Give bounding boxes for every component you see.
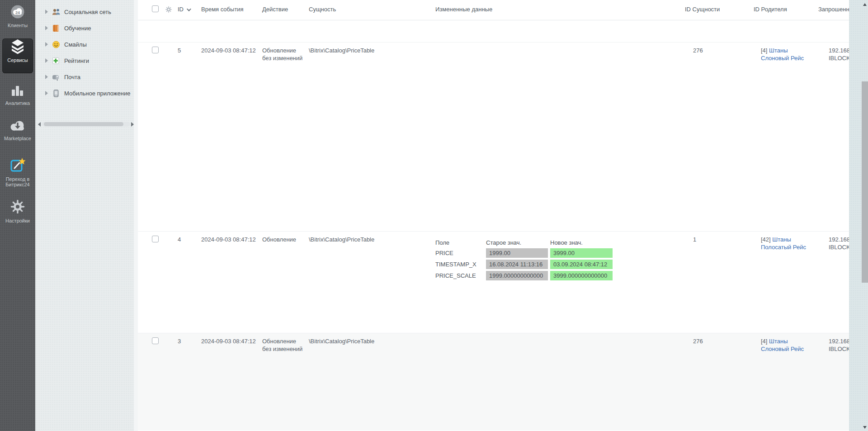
rail-item-label: Marketplace xyxy=(0,136,35,141)
rail-item-bitrix24-switch[interactable]: Переход в Битрикс24 xyxy=(0,157,35,187)
tree-item-label: Мобильное приложение xyxy=(64,90,130,97)
change-new-value: 3999.000000000000 xyxy=(550,271,613,280)
rail-item-label: Клиенты xyxy=(0,23,35,28)
tree-item-mail[interactable]: Почта xyxy=(35,69,134,85)
scroll-down-icon[interactable] xyxy=(863,426,867,429)
cell-action: Обновление xyxy=(262,236,306,243)
book-icon xyxy=(52,24,60,32)
expand-arrow-icon[interactable] xyxy=(45,26,48,30)
gear-icon xyxy=(10,199,25,216)
change-field: TIMESTAMP_X xyxy=(435,260,484,269)
scroll-track[interactable] xyxy=(42,122,130,127)
cell-parent-id: [4] Штаны Слоновый Рейс xyxy=(761,337,814,353)
tree-item-ratings[interactable]: Рейтинги xyxy=(35,52,134,69)
rail-item-label: Переход в Битрикс24 xyxy=(2,176,33,187)
scroll-left-icon[interactable] xyxy=(38,122,41,127)
mobile-phone-icon xyxy=(52,90,60,97)
column-header-changed[interactable]: Измененные данные xyxy=(435,6,492,13)
tree-item-label: Социальная сеть xyxy=(64,9,111,15)
cell-id: 3 xyxy=(178,337,181,345)
rail-item-marketplace[interactable]: Marketplace xyxy=(0,119,35,141)
changes-header-new: Новое знач. xyxy=(550,238,613,246)
change-old-value: 1999.00 xyxy=(486,248,548,258)
row-checkbox[interactable] xyxy=(152,236,159,242)
parent-id-prefix: [42] xyxy=(761,236,771,243)
column-header-parent-id[interactable]: ID Родителя xyxy=(754,6,787,13)
event-log-grid: ID Время события Действие Сущность Измен… xyxy=(138,0,849,431)
cell-requested: 192.168. IBLOCK_ xyxy=(829,236,849,251)
cloud-download-icon xyxy=(9,119,26,134)
tree-item-social-network[interactable]: Социальная сеть xyxy=(35,4,134,20)
sidebar-horizontal-scrollbar[interactable] xyxy=(38,121,134,127)
rail-item-label: Настройки xyxy=(0,218,35,223)
rail-item-clients[interactable]: 24 Клиенты xyxy=(0,5,35,28)
column-header-id[interactable]: ID xyxy=(178,6,190,13)
cell-requested: 192.168. IBLOCK_ xyxy=(829,47,849,62)
cell-requested: 192.168. IBLOCK_ xyxy=(829,337,849,353)
change-new-value: 3999.00 xyxy=(550,248,613,258)
svg-text:24: 24 xyxy=(15,10,20,15)
change-old-value: 1999.000000000000 xyxy=(486,271,548,280)
cell-action: Обновление без изменений xyxy=(262,47,306,62)
expand-arrow-icon[interactable] xyxy=(45,9,48,14)
column-header-action[interactable]: Действие xyxy=(262,6,306,13)
column-header-requested[interactable]: Запрошенный xyxy=(818,6,849,13)
table-row: 5 2024-09-03 08:47:12 Обновление без изм… xyxy=(138,42,849,231)
tree-item-label: Смайлы xyxy=(64,41,87,48)
tree-item-smileys[interactable]: Смайлы xyxy=(35,36,134,52)
sidebar-scroll-gutter xyxy=(134,0,138,431)
cell-id: 5 xyxy=(178,47,181,54)
scroll-thumb[interactable] xyxy=(44,122,123,126)
sort-caret-icon[interactable] xyxy=(187,7,191,11)
rail-item-label: Сервисы xyxy=(2,57,33,63)
scroll-thumb[interactable] xyxy=(862,81,868,283)
cell-entity: \Bitrix\Catalog\PriceTable xyxy=(309,47,374,54)
rail-item-settings[interactable]: Настройки xyxy=(0,199,35,223)
expand-arrow-icon[interactable] xyxy=(45,58,48,63)
column-header-entity-id[interactable]: ID Сущности xyxy=(685,6,720,13)
external-edit-star-icon xyxy=(9,157,26,175)
cell-time: 2024-09-03 08:47:12 xyxy=(201,236,256,243)
tree-item-training[interactable]: Обучение xyxy=(35,20,134,36)
bar-chart-icon xyxy=(11,84,24,99)
select-all-checkbox[interactable] xyxy=(152,5,159,12)
changes-header-field: Поле xyxy=(435,238,484,246)
row-checkbox[interactable] xyxy=(152,337,159,344)
cell-entity-id: 276 xyxy=(693,337,703,345)
expand-arrow-icon[interactable] xyxy=(45,42,48,47)
change-field: PRICE_SCALE xyxy=(435,271,484,280)
scroll-up-icon[interactable] xyxy=(863,3,867,6)
column-header-time[interactable]: Время события xyxy=(201,6,244,13)
cell-entity-id: 1 xyxy=(693,236,696,243)
tree-item-label: Рейтинги xyxy=(64,57,89,64)
rail-item-analytics[interactable]: Аналитика xyxy=(0,84,35,106)
module-tree: Социальная сеть Обучение xyxy=(35,4,134,101)
table-row: 4 2024-09-03 08:47:12 Обновление \Bitrix… xyxy=(138,231,849,333)
changed-data-table: Поле Старое знач. Новое знач. PRICE 1999… xyxy=(435,238,613,280)
rail-item-services[interactable]: Сервисы xyxy=(2,38,33,73)
people-icon xyxy=(52,8,60,16)
change-field: PRICE xyxy=(435,248,484,258)
expand-arrow-icon[interactable] xyxy=(45,75,48,79)
cell-parent-id: [4] Штаны Слоновый Рейс xyxy=(761,47,814,62)
expand-arrow-icon[interactable] xyxy=(45,91,48,95)
mailbox-icon xyxy=(52,73,60,81)
smiley-icon xyxy=(52,41,60,48)
changes-header-old: Старое знач. xyxy=(486,238,548,246)
table-row: 3 2024-09-03 08:47:12 Обновление без изм… xyxy=(138,333,849,431)
change-old-value: 16.08.2024 11:13:16 xyxy=(486,260,548,269)
grid-settings-button[interactable] xyxy=(165,6,172,14)
parent-link[interactable]: Штаны Слоновый Рейс xyxy=(761,47,804,62)
cell-parent-id: [42] Штаны Полосатый Рейс xyxy=(761,236,814,251)
parent-link[interactable]: Штаны Слоновый Рейс xyxy=(761,338,804,352)
cell-entity-id: 276 xyxy=(693,47,703,54)
layers-icon xyxy=(9,48,27,56)
column-header-entity[interactable]: Сущность xyxy=(309,6,336,13)
tree-item-mobile-app[interactable]: Мобильное приложение xyxy=(35,85,134,101)
cell-time: 2024-09-03 08:47:12 xyxy=(201,337,256,345)
row-checkbox[interactable] xyxy=(152,47,159,53)
tree-item-label: Обучение xyxy=(64,25,91,32)
app-rail: 24 Клиенты Сервисы Аналитика xyxy=(0,0,35,431)
vertical-scrollbar[interactable] xyxy=(862,0,868,431)
change-new-value: 03.09.2024 08:47:12 xyxy=(550,260,613,269)
